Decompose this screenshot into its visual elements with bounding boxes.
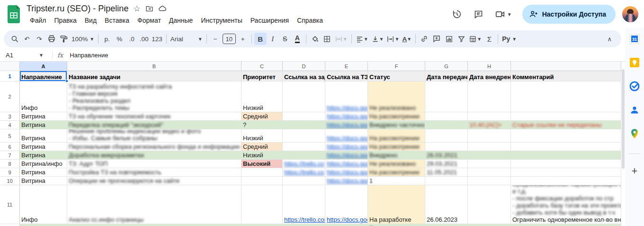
row-header-3[interactable]: 3 [0,112,20,121]
cell-F11[interactable]: На разработке [368,185,425,224]
star-icon[interactable]: ☆ [133,5,140,13]
cell-E2[interactable]: https://docs.goo [325,81,368,112]
horizontal-align-button[interactable]: ▼ [354,33,370,45]
strikethrough-button[interactable]: S [279,33,291,45]
menu-item-insert[interactable]: Вставка [101,16,133,25]
undo-button[interactable]: ↶ [21,33,33,45]
scrollbar-thumb[interactable] [622,69,625,169]
cell-A3[interactable]: Витрина [20,112,67,121]
cell-A12[interactable]: Витрина [20,224,67,226]
cell-D2[interactable] [283,81,325,112]
fill-handle[interactable] [65,80,68,82]
move-folder-icon[interactable] [145,5,153,13]
cell-C8[interactable]: Высокий [242,160,283,168]
more-formats-button[interactable]: 123 [150,33,164,45]
row-header-1[interactable]: 1 [0,71,20,81]
cell-F10[interactable]: 1 [368,177,425,185]
row-header-8[interactable]: 8 [0,160,20,168]
cell-C7[interactable]: Низкий [242,151,283,160]
cell-C10[interactable] [242,177,283,185]
cell-H12[interactable] [468,224,511,226]
menu-item-extensions[interactable]: Расширения [247,16,292,25]
col-header-H[interactable]: H [468,62,511,71]
format-percent-button[interactable]: % [113,33,125,45]
cell-G10[interactable] [425,177,468,185]
insert-link-button[interactable] [418,33,430,45]
row-header-4[interactable]: 4 [0,121,20,129]
account-avatar[interactable] [622,6,638,22]
menu-item-file[interactable]: Файл [27,16,49,25]
cell-B9[interactable]: Постройка ТЗ на повторяемость [67,168,242,177]
row-header-9[interactable]: 9 [0,168,20,177]
cell-D1[interactable]: Ссылка на зад [283,71,325,81]
share-button[interactable]: Настройки Доступа [522,5,616,24]
collapse-toolbar-button[interactable]: ∧ [607,36,617,43]
menu-item-format[interactable]: Формат [134,16,164,25]
row-header-2[interactable]: 2 [0,81,20,112]
cell-D5[interactable] [283,129,325,143]
cell-D6[interactable] [283,143,325,151]
cell-E7[interactable]: https://docs.goo [325,151,368,160]
cell-H2[interactable] [468,81,511,112]
cell-G7[interactable]: 26.03.2021 [425,151,468,160]
create-filter-button[interactable] [455,33,467,45]
name-box[interactable]: A1 ▼ [6,52,47,59]
cell-E12[interactable]: https://docs.goo [325,224,368,226]
cell-D12[interactable]: https://trello.com [283,224,325,226]
cell-C4[interactable]: ? [242,121,283,129]
cell-G11[interactable]: 26.06.2023 [425,185,468,224]
cell-E4[interactable]: https://docs.goo [325,121,368,129]
cell-F3[interactable]: На рассмотрении [368,112,425,121]
col-header-G[interactable]: G [425,62,468,71]
cell-A4[interactable]: Витрина [20,121,67,129]
cell-C12[interactable]: ь [242,224,283,226]
cell-A10[interactable]: Витрина [20,177,67,185]
cell-B2[interactable]: ТЗ на разработку инфостатей сайта- Главн… [67,81,242,112]
cell-F1[interactable]: Статус [368,71,425,81]
cell-F8[interactable]: Не реализовано [368,160,425,168]
col-header-C[interactable]: C [242,62,283,71]
row-header-6[interactable]: 6 [0,143,20,151]
document-title[interactable]: Tripster.ru (SEO) - Pipeline [27,4,128,14]
addon-menu-button[interactable]: Pу ▼ [501,33,518,45]
col-header-E[interactable]: E [325,62,368,71]
decrease-font-size-button[interactable]: − [209,33,222,45]
cell-B8[interactable]: ТЗ: Адрт ТОП [67,160,242,168]
cell-G12[interactable]: 29.06.2023 [425,224,468,226]
formula-input[interactable]: Направление [70,52,108,59]
cell-A11[interactable]: Инфо [20,185,67,224]
cell-H5[interactable] [468,129,511,143]
cell-I2[interactable] [511,81,621,112]
print-button[interactable] [45,33,58,45]
insert-comment-button[interactable] [430,33,443,45]
cell-I5[interactable] [511,129,621,143]
row-header-11[interactable]: 11 [0,185,20,224]
font-size-input[interactable]: 10 [223,34,236,44]
google-maps-icon[interactable] [629,128,640,139]
cell-A7[interactable]: Витрина [20,151,67,160]
cell-H4[interactable]: 10.40.[АС]+ [468,121,511,129]
google-contacts-icon[interactable] [629,104,640,116]
cell-I6[interactable] [511,143,621,151]
format-currency-button[interactable]: р. [101,33,113,45]
bold-button[interactable]: B [254,33,267,45]
menu-item-edit[interactable]: Правка [51,16,80,25]
cell-F12[interactable]: Готово [368,224,425,226]
sheets-logo-icon[interactable] [7,5,21,23]
cell-D4[interactable] [283,121,325,129]
cell-I9[interactable] [511,168,621,177]
cell-H1[interactable]: Дата внедрени [468,71,511,81]
cell-E9[interactable]: https://docs.goo [325,168,368,177]
cell-D7[interactable] [283,151,325,160]
functions-button[interactable]: Σ [483,33,495,45]
cell-G9[interactable]: 11.05.2021 [425,168,468,177]
cell-C5[interactable]: Низкий [242,129,283,143]
cell-B4[interactable]: Переделка операций "экскурсий" [67,121,242,129]
cell-G6[interactable] [425,143,468,151]
cell-A1[interactable]: Направление [20,71,67,81]
row-header-12[interactable]: 12 [0,224,20,226]
cell-I12[interactable] [511,224,621,226]
col-header-I[interactable] [511,62,621,71]
cell-I1[interactable]: Комментарий [511,71,621,81]
cell-H10[interactable] [468,177,511,185]
